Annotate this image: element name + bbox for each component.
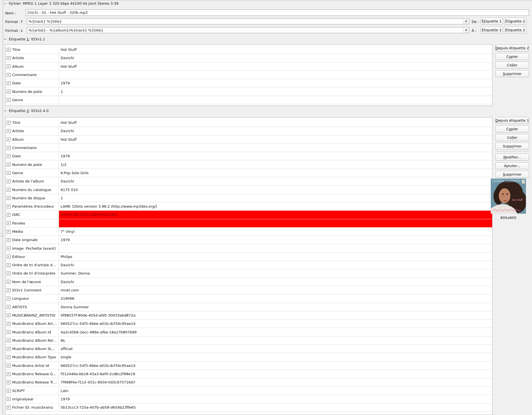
field-checkbox[interactable]: ✓ bbox=[7, 129, 11, 133]
field-checkbox[interactable]: ✓ bbox=[7, 372, 11, 376]
field-checkbox[interactable]: ✓ bbox=[7, 389, 11, 393]
field-checkbox[interactable]: ✓ bbox=[7, 81, 11, 85]
format-from-tag-combo[interactable]: %{artist} - %{album}/%{track} %{title} ▼ bbox=[27, 27, 469, 33]
field-value[interactable]: Hot Stuff bbox=[59, 119, 492, 127]
tag1-paste-button[interactable]: Coller bbox=[495, 62, 529, 69]
tag2-from-tag1-button[interactable]: Depuis étiquette 1 bbox=[495, 117, 529, 124]
field-value[interactable]: b60527cc-54f3-4bbe-a01b-dcf34c95ae14 bbox=[59, 362, 492, 370]
field-value[interactable]: f312446e-bb18-43a3-8af0-2cdbc2f98e19 bbox=[59, 370, 492, 378]
to-tag1-button[interactable]: Étiquette 1 bbox=[481, 27, 503, 33]
field-value[interactable]: 7f988f4e-f112-431c-8504-0d3c675716d7 bbox=[59, 378, 492, 386]
format-to-tag-combo[interactable]: %{track} %{title} ▼ bbox=[27, 18, 469, 24]
field-value[interactable]: mnet.com bbox=[59, 286, 492, 294]
field-value[interactable] bbox=[59, 96, 492, 104]
field-checkbox[interactable]: ✓ bbox=[7, 56, 11, 60]
field-checkbox[interactable]: ✓ bbox=[7, 213, 11, 217]
field-value[interactable]: Davichi bbox=[59, 261, 492, 269]
field-value[interactable]: K-Pop Solo Girls bbox=[59, 169, 492, 177]
field-checkbox[interactable]: ✓ bbox=[7, 280, 11, 284]
field-value[interactable]: Davichi bbox=[59, 54, 492, 62]
field-checkbox[interactable]: ✓ bbox=[7, 330, 11, 334]
field-checkbox[interactable]: ✓ bbox=[7, 246, 11, 250]
field-value[interactable]: Donna Summer bbox=[59, 303, 492, 311]
field-value[interactable]: b60527cc-54f3-4bbe-a01b-dcf34c95ae14 bbox=[59, 320, 492, 328]
field-value[interactable]: Hot Stuff bbox=[59, 62, 492, 71]
tag2-paste-button[interactable]: Coller bbox=[495, 134, 529, 141]
collapse-toggle-icon[interactable]: − bbox=[4, 37, 7, 41]
field-value[interactable]: 1 bbox=[59, 194, 492, 202]
field-checkbox[interactable]: ✓ bbox=[7, 146, 11, 150]
field-value[interactable]: Hot Stuff bbox=[59, 135, 492, 143]
field-value[interactable] bbox=[59, 219, 492, 227]
field-value[interactable]: LAME 32bits version 3.98.2 (http://www.m… bbox=[59, 202, 492, 210]
field-checkbox[interactable]: ✓ bbox=[7, 230, 11, 234]
field-value[interactable]: Latn bbox=[59, 387, 492, 395]
field-checkbox[interactable]: ✓ bbox=[7, 179, 11, 183]
from-tag2-button[interactable]: Étiquette 2 bbox=[504, 18, 526, 25]
field-value[interactable]: NL bbox=[59, 336, 492, 344]
field-value[interactable]: 1979 bbox=[59, 152, 492, 160]
tag1-from-tag2-button[interactable]: Depuis étiquette 2 bbox=[495, 45, 529, 51]
field-value[interactable]: 5b13ccc3-725a-407b-ab58-d654b23ffe65 bbox=[59, 403, 492, 411]
dropdown-arrow-icon[interactable]: ▼ bbox=[463, 27, 469, 33]
field-value[interactable]: 219066 bbox=[59, 294, 492, 302]
album-cover-thumbnail[interactable]: DONNA SUMMER hot stuff bbox=[491, 179, 526, 214]
tag2-remove-button[interactable]: Supprimer bbox=[495, 143, 529, 150]
field-value[interactable]: Philips bbox=[59, 253, 492, 261]
field-checkbox[interactable]: ✓ bbox=[7, 364, 11, 367]
field-checkbox[interactable]: ✓ bbox=[7, 263, 11, 267]
field-value[interactable]: Davichi bbox=[59, 127, 492, 135]
field-checkbox[interactable]: ✓ bbox=[7, 347, 11, 351]
field-value[interactable]: 1979 bbox=[59, 236, 492, 244]
field-checkbox[interactable]: ✓ bbox=[7, 272, 11, 275]
field-checkbox[interactable]: ✓ bbox=[7, 205, 11, 208]
field-checkbox[interactable]: ✓ bbox=[7, 98, 11, 102]
field-value[interactable]: 6175 010 bbox=[59, 186, 492, 194]
field-checkbox[interactable]: ✓ bbox=[7, 338, 11, 342]
field-value[interactable] bbox=[59, 144, 492, 152]
field-checkbox[interactable]: ✓ bbox=[7, 238, 11, 242]
field-value[interactable]: 1/2 bbox=[59, 160, 492, 168]
field-value[interactable]: 1 bbox=[59, 87, 492, 95]
tag1-remove-button[interactable]: Supprimer bbox=[495, 70, 529, 77]
field-checkbox[interactable]: ✓ bbox=[7, 163, 11, 166]
collapse-toggle-icon[interactable]: − bbox=[4, 1, 7, 6]
tag2-add-frame-button[interactable]: Ajouter... bbox=[495, 162, 529, 169]
field-value[interactable]: Hot Stuff bbox=[59, 46, 492, 54]
field-value[interactable] bbox=[59, 244, 492, 252]
field-value[interactable]: 7" Vinyl bbox=[59, 228, 492, 236]
field-value[interactable] bbox=[59, 71, 492, 79]
field-checkbox[interactable]: ✓ bbox=[7, 73, 11, 77]
collapse-toggle-icon[interactable]: − bbox=[4, 109, 7, 113]
field-checkbox[interactable]: ✓ bbox=[7, 188, 11, 192]
field-checkbox[interactable]: ✓ bbox=[7, 355, 11, 359]
tag2-edit-frame-button[interactable]: Modifier... bbox=[495, 154, 529, 161]
field-value[interactable]: 0f98037f-80de-405d-afd5-30433abd872a bbox=[59, 311, 492, 319]
from-tag1-button[interactable]: Étiquette 1 bbox=[481, 18, 503, 25]
field-checkbox[interactable]: ✓ bbox=[7, 90, 11, 93]
field-checkbox[interactable]: ✓ bbox=[7, 406, 11, 409]
field-checkbox[interactable]: ✓ bbox=[7, 297, 11, 301]
field-checkbox[interactable]: ✓ bbox=[7, 64, 11, 68]
field-value[interactable]: single bbox=[59, 353, 492, 361]
field-checkbox[interactable]: ✓ bbox=[7, 121, 11, 125]
field-value[interactable]: 1979 bbox=[59, 395, 492, 403]
field-checkbox[interactable]: ✓ bbox=[7, 171, 11, 175]
field-checkbox[interactable]: ✓ bbox=[7, 154, 11, 158]
to-tag2-button[interactable]: Étiquette 2 bbox=[504, 27, 526, 33]
field-checkbox[interactable]: ✓ bbox=[7, 196, 11, 200]
field-checkbox[interactable]: ✓ bbox=[7, 313, 11, 317]
splitter-handle[interactable] bbox=[3, 0, 3, 415]
filename-input[interactable]: 다비치 - 01 - Hot Stuff - 320k.mp3 bbox=[26, 9, 529, 16]
field-value[interactable]: 1979 bbox=[59, 79, 492, 87]
field-checkbox[interactable]: ✓ bbox=[7, 322, 11, 326]
field-value[interactable]: official bbox=[59, 345, 492, 353]
dropdown-arrow-icon[interactable]: ▼ bbox=[463, 19, 469, 24]
format-to-tag-value[interactable]: %{track} %{title} bbox=[27, 19, 463, 24]
field-checkbox[interactable]: ✓ bbox=[7, 288, 11, 292]
field-checkbox[interactable]: ✓ bbox=[7, 137, 11, 141]
tag2-delete-frame-button[interactable]: Supprimer bbox=[495, 171, 529, 178]
field-value[interactable]: Davichi bbox=[59, 177, 492, 185]
field-checkbox[interactable]: ✓ bbox=[7, 221, 11, 225]
tag1-copy-button[interactable]: Copier bbox=[495, 53, 529, 60]
